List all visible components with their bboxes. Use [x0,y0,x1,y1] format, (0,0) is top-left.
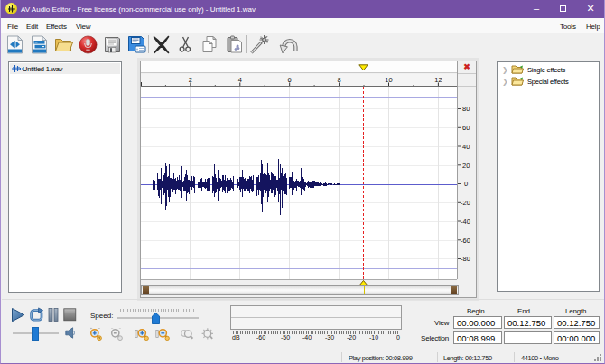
svg-text:60: 60 [462,124,470,132]
svg-text:40: 40 [462,143,470,151]
svg-text:-20: -20 [461,199,470,207]
svg-text:-60: -60 [461,237,470,245]
svg-text:20: 20 [462,162,470,170]
svg-text:80: 80 [462,105,470,113]
svg-text:0: 0 [464,180,468,188]
svg-text:-40: -40 [461,218,470,226]
svg-text:-80: -80 [461,255,470,263]
